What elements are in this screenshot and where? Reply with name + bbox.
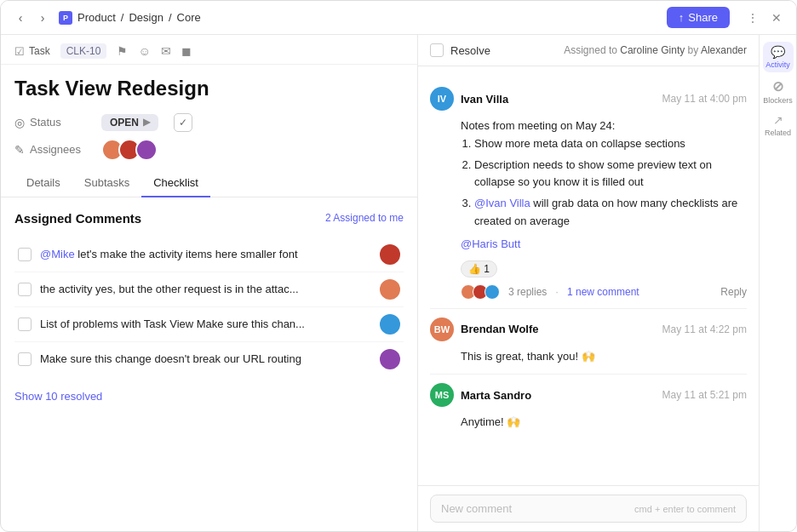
comment-header-ivan: IV Ivan Villa May 11 at 4:00 pm: [430, 87, 747, 111]
top-bar: ‹ › P Product / Design / Core ↑ Share ⋮ …: [1, 1, 796, 35]
related-sidebar-button[interactable]: ↗ Related: [763, 110, 794, 140]
section-title: Assigned Comments: [14, 211, 141, 226]
back-button[interactable]: ‹: [11, 9, 30, 27]
left-panel: ☑ Task CLK-10 ⚑ ☺ ✉ ◼ Task View Redesign…: [1, 35, 418, 531]
item-checkbox-2[interactable]: [18, 283, 32, 296]
tab-checklist[interactable]: Checklist: [141, 169, 210, 197]
assigned-to-name: Caroline Ginty: [620, 44, 685, 56]
comment-input-hint: cmd + enter to comment: [634, 504, 736, 514]
task-type[interactable]: ☑ Task: [14, 45, 50, 58]
image-icon[interactable]: ◼: [181, 44, 192, 58]
tab-details[interactable]: Details: [14, 169, 72, 197]
brendan-text: This is great, thank you! 🙌: [461, 348, 747, 366]
assignees-label-text: Assignees: [30, 143, 81, 156]
activity-sidebar-icon: 💬: [771, 45, 785, 59]
comment-header-brendan: BW Brendan Wolfe May 11 at 4:22 pm: [430, 317, 747, 341]
item-checkbox-4[interactable]: [18, 352, 32, 366]
share-label: Share: [688, 11, 718, 24]
checklist-item: List of problems with Task View Make sur…: [14, 307, 404, 342]
blockers-sidebar-label: Blockers: [763, 96, 793, 105]
status-label-text: Status: [30, 116, 61, 129]
assigned-badge[interactable]: 2 Assigned to me: [325, 212, 404, 224]
item-avatar-2: [380, 279, 400, 300]
checklist-item: Make sure this change doesn't break our …: [14, 342, 404, 376]
window-controls: ⋮ ✕: [743, 9, 786, 27]
new-comment-indicator: 1 new comment: [567, 286, 639, 298]
breadcrumb-product[interactable]: Product: [77, 11, 116, 24]
dot-separator: ·: [555, 285, 559, 298]
status-icon: ◎: [14, 116, 25, 129]
activity-sidebar-button[interactable]: 💬 Activity: [763, 42, 794, 72]
comment-block-brendan: BW Brendan Wolfe May 11 at 4:22 pm This …: [430, 309, 747, 375]
assignee-avatars[interactable]: [101, 139, 158, 161]
assigned-by-name: Alexander: [701, 44, 747, 56]
replies-count: 3 replies: [508, 286, 547, 298]
right-sidebar: 💬 Activity ⊘ Blockers ↗ Related: [759, 35, 796, 531]
comment-list-item: Show more meta data on collapse sections: [474, 135, 747, 153]
breadcrumb-sep-1: /: [121, 11, 124, 24]
task-type-icon: ☑: [14, 45, 25, 58]
comment-intro: Notes from meeting on May 24:: [461, 117, 747, 135]
thumbs-up-reaction[interactable]: 👍 1: [461, 260, 497, 277]
comment-body-ivan: Notes from meeting on May 24: Show more …: [430, 117, 747, 254]
close-button[interactable]: ✕: [767, 9, 786, 27]
comment-input-placeholder: New comment: [441, 502, 512, 515]
section-header: Assigned Comments 2 Assigned to me: [14, 211, 404, 226]
forward-button[interactable]: ›: [33, 9, 52, 27]
blockers-sidebar-icon: ⊘: [772, 78, 783, 94]
tabs: Details Subtasks Checklist: [1, 169, 417, 197]
show-resolved-button[interactable]: Show 10 resolved: [14, 390, 404, 403]
status-value: OPEN: [110, 117, 139, 129]
checklist-content: Assigned Comments 2 Assigned to me @Mike…: [1, 197, 417, 531]
reply-button[interactable]: Reply: [720, 286, 747, 298]
comment-mention-haris: @Haris Butt: [461, 236, 747, 254]
comment-reactions: 👍 1: [430, 260, 747, 277]
breadcrumb-sep-2: /: [169, 11, 172, 24]
status-label: ◎ Status: [14, 116, 91, 129]
comment-time-ivan: May 11 at 4:00 pm: [662, 93, 747, 105]
reply-avatar-3: [485, 284, 500, 300]
status-row: ◎ Status OPEN ▶ ✓: [14, 113, 404, 132]
share-button[interactable]: ↑ Share: [667, 7, 730, 28]
emoji-icon[interactable]: ☺: [138, 44, 150, 58]
comment-input[interactable]: New comment cmd + enter to comment: [430, 495, 747, 523]
resolve-area: Resolve: [430, 43, 490, 57]
status-badge[interactable]: OPEN ▶: [101, 114, 158, 131]
item-checkbox-1[interactable]: [18, 248, 32, 261]
assigned-info: Assigned to Caroline Ginty by Alexander: [564, 44, 747, 56]
tab-subtasks[interactable]: Subtasks: [72, 169, 141, 197]
comment-avatar-ivan: IV: [430, 87, 454, 111]
item-text-4: Make sure this change doesn't break our …: [40, 352, 371, 365]
comment-header-marta: MS Marta Sandro May 11 at 5:21 pm: [430, 383, 747, 407]
reply-avatars: [461, 284, 500, 300]
task-type-label: Task: [29, 45, 50, 57]
activity-header: Resolve Assigned to Caroline Ginty by Al…: [418, 35, 759, 66]
task-id: CLK-10: [60, 43, 107, 59]
task-title-area: Task View Redesign: [1, 65, 417, 110]
item-checkbox-3[interactable]: [18, 317, 32, 331]
assignees-row: ✎ Assignees: [14, 139, 404, 161]
tag-icon[interactable]: ✉: [161, 44, 171, 58]
breadcrumb-core[interactable]: Core: [177, 11, 201, 24]
comment-avatar-brendan: BW: [430, 317, 454, 341]
right-panel: Resolve Assigned to Caroline Ginty by Al…: [418, 35, 796, 531]
flag-icon[interactable]: ⚑: [117, 44, 128, 58]
breadcrumb-design[interactable]: Design: [129, 11, 163, 24]
resolve-checkbox[interactable]: [430, 43, 444, 57]
comment-body-marta: Anytime! 🙌: [430, 414, 747, 432]
comment-author-ivan: Ivan Villa: [461, 93, 508, 106]
minimize-button[interactable]: ⋮: [743, 9, 762, 27]
checklist-item: the activity yes, but the other request …: [14, 272, 404, 307]
complete-button[interactable]: ✓: [174, 113, 192, 132]
assignees-icon: ✎: [14, 143, 25, 157]
item-avatar-4: [380, 349, 400, 369]
resolve-label: Resolve: [450, 44, 490, 57]
comment-author-marta: Marta Sandro: [461, 389, 531, 402]
share-icon: ↑: [679, 11, 685, 24]
avatar-3: [135, 139, 158, 161]
task-meta-bar: ☑ Task CLK-10 ⚑ ☺ ✉ ◼: [1, 35, 417, 65]
comment-list-item: Description needs to show some preview t…: [474, 157, 747, 192]
comment-avatar-marta: MS: [430, 383, 454, 407]
blockers-sidebar-button[interactable]: ⊘ Blockers: [763, 76, 794, 106]
task-fields: ◎ Status OPEN ▶ ✓ ✎ Assignees: [1, 110, 417, 169]
